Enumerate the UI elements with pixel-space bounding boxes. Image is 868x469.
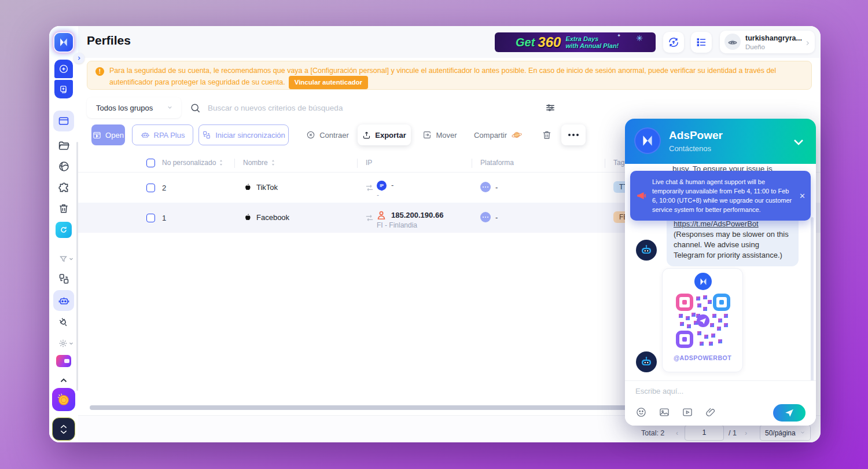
attachment-icon[interactable]: [705, 406, 716, 418]
promo-word: Get: [516, 36, 535, 49]
bot-avatar: [636, 240, 657, 261]
ellipsis-icon: [568, 134, 579, 136]
sidebar-item-automation[interactable]: [57, 252, 76, 266]
trash-icon: [542, 130, 552, 140]
chat-header: AdsPower Contáctenos: [625, 119, 816, 164]
delete-button[interactable]: [536, 124, 557, 145]
chevron-up-icon: [58, 375, 69, 386]
video-icon[interactable]: [682, 406, 693, 418]
more-actions-button[interactable]: [561, 124, 586, 145]
sidebar-item-rpa-robot[interactable]: [53, 290, 74, 311]
search-input[interactable]: [208, 104, 540, 112]
user-role: Dueño: [745, 43, 765, 50]
coin-icon: [57, 393, 71, 406]
filter-sliders-icon[interactable]: [545, 102, 556, 113]
expand-collapse-button[interactable]: [52, 417, 75, 441]
batch-import-button[interactable]: [54, 80, 73, 98]
task-list-button[interactable]: [691, 32, 712, 53]
rpa-plus-button[interactable]: RPA Plus: [132, 124, 193, 145]
refresh-circle-icon: [668, 36, 679, 48]
adspower-logo-icon: [694, 273, 712, 290]
row-checkbox[interactable]: [146, 184, 155, 192]
new-profile-button[interactable]: [54, 60, 73, 78]
total-count: Total: 2: [641, 429, 664, 437]
wallet-icon[interactable]: [56, 355, 71, 367]
sidebar-item-proxies[interactable]: [57, 159, 71, 173]
ip-value: 185.200.190.66: [391, 211, 443, 219]
butterfly-icon: [58, 36, 69, 48]
adspower-logo-icon[interactable]: [54, 33, 73, 52]
sync-subscription-button[interactable]: [663, 32, 684, 53]
apple-icon: [243, 182, 252, 192]
sparkle-icon: ✳: [636, 34, 643, 43]
col-custom[interactable]: No personalizado: [162, 159, 224, 167]
chevron-right-icon: [76, 56, 82, 61]
sidebar: [49, 26, 78, 442]
share-button[interactable]: Compartir: [470, 124, 527, 145]
col-name[interactable]: Nombre: [243, 159, 276, 167]
platform-dots-icon: [480, 212, 491, 222]
sidebar-expand-button[interactable]: [73, 53, 84, 64]
trash-icon: [58, 203, 69, 214]
notice-close-icon[interactable]: ✕: [799, 192, 806, 201]
sidebar-item-rpa-app[interactable]: [56, 222, 72, 238]
move-button[interactable]: Mover: [418, 124, 462, 145]
start-sync-button[interactable]: Iniciar sincronización: [198, 124, 289, 145]
prev-page-button[interactable]: ‹: [676, 429, 678, 437]
sidebar-item-api[interactable]: [57, 316, 71, 329]
promo-number: 360: [538, 34, 561, 50]
sidebar-collapse-button[interactable]: [57, 373, 71, 387]
group-select[interactable]: Todos los grupos: [87, 97, 181, 118]
row-checkbox[interactable]: [146, 214, 155, 222]
link-authenticator-button[interactable]: Vincular autenticador: [289, 76, 368, 89]
chat-message-input[interactable]: [635, 387, 797, 395]
ip-value: -: [391, 181, 393, 189]
horizontal-scrollbar[interactable]: [90, 405, 628, 410]
ip-pin-icon: IP: [377, 181, 387, 190]
user-name: turkishangryra...: [745, 34, 802, 42]
chevron-up-icon: [60, 424, 68, 429]
export-button[interactable]: Exportar: [358, 124, 411, 145]
sidebar-item-extensions[interactable]: [57, 181, 71, 195]
swap-icon[interactable]: [365, 213, 374, 223]
security-warning-banner: ! Para la seguridad de su cuenta, le rec…: [87, 61, 812, 90]
rewards-coin-button[interactable]: [52, 388, 75, 411]
gear-icon: [58, 339, 68, 348]
qr-code-card: @ADSPOWERBOT: [662, 268, 743, 372]
platform-dots-icon: [480, 182, 491, 192]
promo-banner[interactable]: Get 360 Extra Days with Annual Plan! ✳ ✦: [495, 32, 656, 52]
sidebar-item-profiles[interactable]: [53, 111, 74, 131]
col-platform: Plataforma: [480, 159, 514, 167]
send-button[interactable]: [773, 404, 806, 422]
emoji-icon[interactable]: [635, 406, 647, 418]
rpa-plus-label: RPA Plus: [154, 131, 185, 140]
open-label: Open: [105, 131, 124, 140]
profile-name: TikTok: [243, 182, 278, 192]
export-label: Exportar: [375, 131, 406, 140]
collapse-button[interactable]: Contraer: [301, 124, 354, 145]
sidebar-item-settings[interactable]: [57, 336, 76, 350]
sidebar-item-groups[interactable]: [57, 138, 71, 152]
promo-line1: Extra Days: [565, 35, 619, 42]
search-bar: [190, 97, 556, 118]
account-menu[interactable]: turkishangryra... Dueño: [720, 31, 815, 53]
ip-location: -: [377, 191, 379, 199]
sidebar-scrollbar[interactable]: [76, 142, 78, 391]
globe-icon: [58, 160, 70, 173]
sidebar-item-trash[interactable]: [57, 201, 71, 215]
page-input[interactable]: 1: [685, 425, 724, 441]
select-all-checkbox[interactable]: [146, 159, 155, 167]
next-page-button[interactable]: ›: [745, 429, 747, 437]
sidebar-item-synchronizer[interactable]: [57, 272, 71, 285]
robot-avatar-icon: [639, 243, 653, 257]
per-page-select[interactable]: 50/página: [760, 425, 811, 441]
x-circle-icon: [306, 130, 315, 140]
chevron-down-icon: [68, 255, 75, 262]
swap-icon[interactable]: [365, 183, 374, 193]
sparkle-icon: ✦: [617, 33, 621, 38]
open-button[interactable]: Open: [91, 124, 125, 145]
circle-plus-icon: [58, 64, 69, 74]
chat-scrollbar[interactable]: [811, 217, 814, 384]
image-icon[interactable]: [659, 406, 670, 418]
chat-minimize-button[interactable]: [792, 135, 806, 151]
